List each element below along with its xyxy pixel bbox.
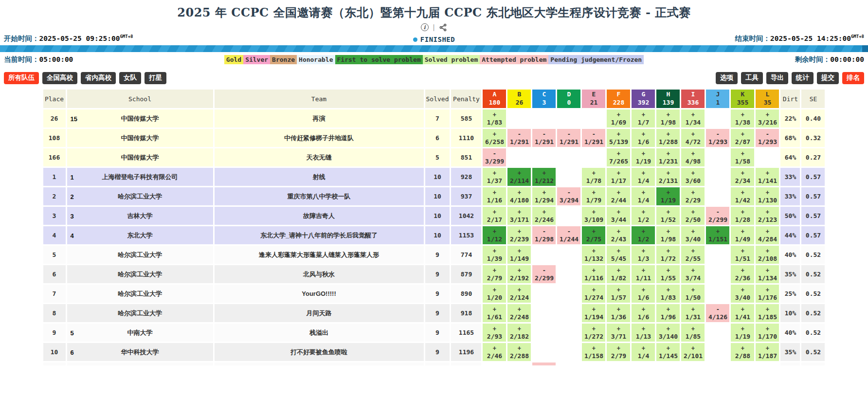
filter-button-1[interactable]: 全国高校 xyxy=(42,72,77,84)
team-row[interactable]: 2615中国传媒大学再演7585+1/83+1/69+1/7+1/98+1/34… xyxy=(43,109,825,127)
dirt-cell: 33% xyxy=(780,187,800,205)
start-time-label: 开始时间： xyxy=(4,35,39,42)
attempt-tries-time: 1/291 xyxy=(533,138,555,145)
problem-cell-H xyxy=(656,363,680,365)
team-row[interactable]: 7哈尔滨工业大学YourGO!!!!!9890+1/20+2/124+1/274… xyxy=(43,285,825,303)
school-rank-badge: 15 xyxy=(71,115,77,122)
attempt-sign: + xyxy=(757,287,778,294)
penalty-cell: 585 xyxy=(451,109,481,127)
attempt-tries-time: 1/6 xyxy=(633,138,654,145)
attempt-sign: + xyxy=(633,326,654,333)
action-buttons: 选项工具导出统计提交排名 xyxy=(716,72,864,84)
filter-button-4[interactable]: 打星 xyxy=(145,72,166,84)
team-row[interactable]: 6哈尔滨工业大学北风与秋水9879+2/79+2/192-2/299+1/116… xyxy=(43,265,825,283)
attempt-sign: + xyxy=(657,170,679,177)
attempt-sign: + xyxy=(583,248,604,255)
attempt-sign: - xyxy=(707,131,728,138)
penalty-cell: 879 xyxy=(451,265,481,283)
problem-cell-E xyxy=(582,148,605,166)
contest-progress-bar[interactable] xyxy=(0,45,868,52)
school-name: 上海楷登电子科技有限公司 xyxy=(102,173,178,181)
team-row[interactable]: 95中南大学栈溢出91165+2/93+2/182+1/272+3/71+1/1… xyxy=(43,324,825,342)
problem-cell-F: +7/265 xyxy=(607,148,630,166)
attempt-tries-time: 1/41 xyxy=(732,313,753,321)
attempt-sign: + xyxy=(657,111,679,119)
problem-cell-K: +1/51 xyxy=(731,246,754,264)
problem-cell-H: +1/83 xyxy=(656,285,680,303)
action-button-3[interactable]: 统计 xyxy=(792,72,814,84)
attempt-sign: + xyxy=(484,131,505,138)
team-row[interactable] xyxy=(43,363,825,365)
attempt-tries-time: 1/28 xyxy=(732,216,753,223)
attempt-sign: + xyxy=(608,267,629,274)
solved-cell: 10 xyxy=(425,187,450,205)
problem-cell-I: +3/40 xyxy=(681,226,705,244)
attempt-tries-time: 1/34 xyxy=(682,119,704,126)
attempt-tries-time: 1/98 xyxy=(657,236,679,243)
info-icon[interactable]: i xyxy=(421,23,429,31)
team-row[interactable]: 33吉林大学故障吉奇人101042+2/17+3/171+2/246+3/109… xyxy=(43,207,825,225)
problem-cell-E: +2/75 xyxy=(582,226,605,244)
attempt-sign: + xyxy=(682,189,704,197)
attempt-sign: - xyxy=(508,131,530,138)
problem-cell-K: +1/49 xyxy=(731,226,754,244)
school-name: 哈尔滨工业大学 xyxy=(118,193,162,200)
attempt-sign: - xyxy=(558,131,579,138)
action-button-2[interactable]: 导出 xyxy=(766,72,788,84)
attempt-sign: + xyxy=(732,131,753,138)
attempt-tries-time: 2/17 xyxy=(484,216,505,223)
attempt-sign: + xyxy=(608,248,629,255)
problem-cell-K: +1/41 xyxy=(731,304,754,322)
column-header-dirt: Dirt xyxy=(780,90,800,108)
problem-cell-J xyxy=(706,246,729,264)
attempt-sign: + xyxy=(508,326,530,333)
team-row[interactable]: 108中国传媒大学中传赶紧修梆子井地道队61110+6/258-1/291-1/… xyxy=(43,129,825,147)
attempt-tries-time: 2/131 xyxy=(657,177,679,184)
problem-header-J: J1 xyxy=(706,90,729,108)
problem-cell-F: +2/44 xyxy=(607,187,630,205)
filter-button-2[interactable]: 省内高校 xyxy=(81,72,116,84)
se-cell: 0.52 xyxy=(801,324,825,342)
problem-letter: F xyxy=(607,91,630,99)
action-button-5[interactable]: 排名 xyxy=(842,72,864,84)
problem-cell-H: +1/145 xyxy=(656,343,680,361)
attempt-sign: + xyxy=(484,326,505,333)
place-cell: 26 xyxy=(43,109,66,127)
share-icon[interactable] xyxy=(439,23,447,32)
legend-first-to-solve-problem: First to solve problem xyxy=(335,55,423,64)
attempt-tries-time: 1/11 xyxy=(633,274,654,282)
problem-balloon-count: 336 xyxy=(681,99,705,107)
attempt-sign: + xyxy=(508,287,530,294)
filter-button-0[interactable]: 所有队伍 xyxy=(4,72,39,84)
problem-cell-E: +1/194 xyxy=(582,304,605,322)
problem-cell-I: +2/101 xyxy=(681,343,705,361)
attempt-sign: + xyxy=(633,267,654,274)
team-row[interactable]: 106华中科技大学打不好要被鱼鱼喷啦91196+2/46+2/288+1/158… xyxy=(43,343,825,361)
problem-cell-G: +1/6 xyxy=(632,304,655,322)
problem-cell-L: +1/170 xyxy=(756,324,779,342)
attempt-tries-time: 1/149 xyxy=(508,255,530,262)
problem-cell-I: +1/50 xyxy=(681,285,705,303)
problem-cell-I: +1/34 xyxy=(681,109,705,127)
team-row[interactable]: 22哈尔滨工业大学重庆市第八中学校一队10937+1/16+4/180+1/29… xyxy=(43,187,825,205)
team-row[interactable]: 44东北大学东北大学_请神十八年前的学长后我觉醒了101153+1/12+2/2… xyxy=(43,226,825,244)
action-button-1[interactable]: 工具 xyxy=(741,72,763,84)
attempt-tries-time: 1/16 xyxy=(484,197,505,204)
attempt-tries-time: 2/34 xyxy=(732,177,753,184)
team-row[interactable]: 166中国传媒大学天衣无缝5851-3/299+7/265+1/19+1/231… xyxy=(43,148,825,166)
problem-cell-K xyxy=(731,363,754,365)
attempt-tries-time: 1/132 xyxy=(583,255,604,262)
problem-cell-D xyxy=(557,168,580,186)
attempt-tries-time: 1/42 xyxy=(732,197,753,204)
problem-cell-K: +1/58 xyxy=(731,148,754,166)
filter-button-3[interactable]: 女队 xyxy=(119,72,141,84)
team-row[interactable]: 5哈尔滨工业大学逢来人彩蓬莱大形蓬菜人缝莱入形蓬莱人形9774+1/39+1/1… xyxy=(43,246,825,264)
team-row[interactable]: 8哈尔滨工业大学月间天路9918+1/61+2/248+1/194+1/36+1… xyxy=(43,304,825,322)
attempt-tries-time: 2/299 xyxy=(533,274,555,282)
team-row[interactable]: 11上海楷登电子科技有限公司射线10928+1/37+2/114+1/212+1… xyxy=(43,168,825,186)
attempt-sign: + xyxy=(484,306,505,313)
action-button-0[interactable]: 选项 xyxy=(716,72,738,84)
place-cell: 3 xyxy=(43,207,66,225)
action-button-4[interactable]: 提交 xyxy=(817,72,839,84)
attempt-sign: + xyxy=(608,306,629,313)
